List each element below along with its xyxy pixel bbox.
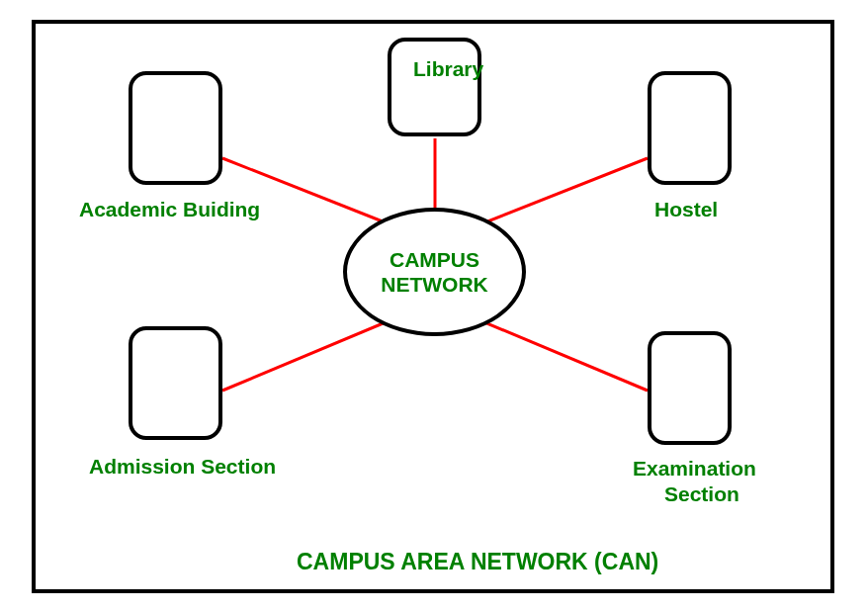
diagram-title: CAMPUS AREA NETWORK (CAN) — [297, 549, 658, 575]
node-academic-building — [129, 71, 222, 185]
node-hostel — [648, 71, 732, 185]
node-examination-section — [648, 331, 732, 445]
center-line1: CAMPUS — [390, 248, 479, 271]
label-examination-section-line2: Section — [664, 482, 739, 506]
node-library — [388, 38, 481, 136]
label-academic-building: Academic Buiding — [79, 198, 260, 221]
node-admission-section — [129, 326, 222, 440]
center-line2: NETWORK — [381, 273, 488, 296]
center-label: CAMPUS NETWORK — [381, 247, 488, 297]
center-campus-network: CAMPUS NETWORK — [343, 208, 526, 336]
label-examination-section-line1: Examination — [633, 457, 756, 481]
label-admission-section: Admission Section — [89, 455, 276, 479]
label-library: Library — [413, 57, 483, 81]
label-hostel: Hostel — [654, 198, 718, 221]
